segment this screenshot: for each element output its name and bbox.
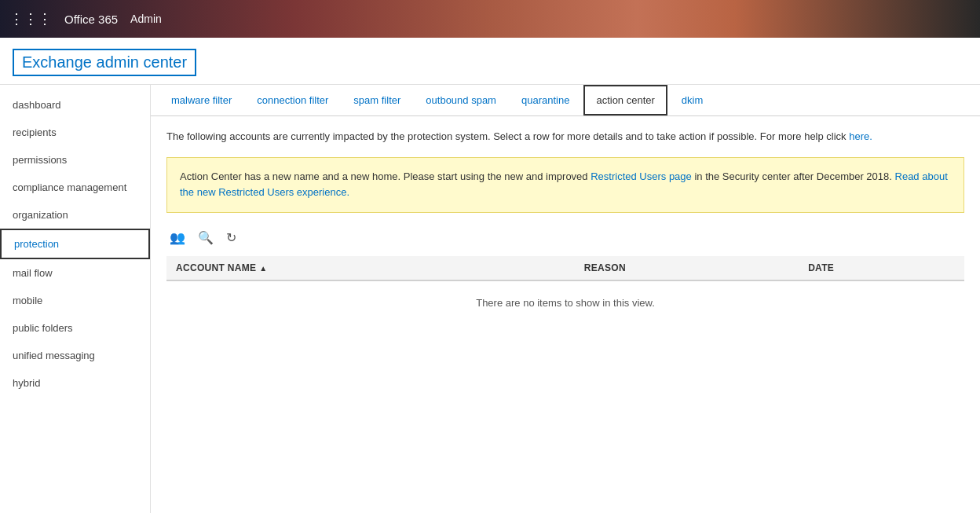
content-area: malware filterconnection filterspam filt… bbox=[151, 85, 980, 513]
tab-quarantine[interactable]: quarantine bbox=[510, 86, 580, 114]
table-header: ACCOUNT NAME▲REASONDATE bbox=[166, 256, 964, 280]
sidebar-item-public-folders[interactable]: public folders bbox=[0, 314, 150, 342]
sidebar: dashboardrecipientspermissionscompliance… bbox=[0, 85, 151, 513]
sidebar-item-mobile[interactable]: mobile bbox=[0, 287, 150, 314]
admin-label: Admin bbox=[130, 13, 162, 25]
page-title: Exchange admin center bbox=[13, 49, 196, 76]
notice-text-middle: in the Security center after December 20… bbox=[692, 170, 895, 182]
content-body: The following accounts are currently imp… bbox=[151, 116, 980, 513]
sidebar-item-unified-messaging[interactable]: unified messaging bbox=[0, 342, 150, 369]
search-icon[interactable]: 🔍 bbox=[195, 229, 217, 247]
tab-outbound-spam[interactable]: outbound spam bbox=[415, 86, 507, 114]
restricted-users-link[interactable]: Restricted Users page bbox=[591, 170, 692, 182]
sidebar-item-organization[interactable]: organization bbox=[0, 201, 150, 229]
sidebar-item-mail-flow[interactable]: mail flow bbox=[0, 259, 150, 287]
sort-arrow-account-name: ▲ bbox=[259, 264, 267, 273]
page-title-bar: Exchange admin center bbox=[0, 38, 980, 85]
empty-message: There are no items to show in this view. bbox=[166, 280, 964, 324]
col-header-reason: REASON bbox=[575, 256, 799, 280]
tab-bar: malware filterconnection filterspam filt… bbox=[151, 85, 980, 116]
table-body: There are no items to show in this view. bbox=[166, 280, 964, 324]
sidebar-item-protection[interactable]: protection bbox=[0, 229, 150, 259]
empty-row: There are no items to show in this view. bbox=[166, 280, 964, 324]
help-link[interactable]: here. bbox=[849, 130, 872, 142]
sidebar-item-permissions[interactable]: permissions bbox=[0, 146, 150, 174]
main-layout: dashboardrecipientspermissionscompliance… bbox=[0, 85, 980, 513]
col-header-date: DATE bbox=[799, 256, 964, 280]
tab-action-center[interactable]: action center bbox=[583, 85, 667, 115]
tab-spam-filter[interactable]: spam filter bbox=[342, 86, 411, 114]
grid-icon[interactable]: ⋮⋮⋮ bbox=[9, 10, 52, 27]
description-text: The following accounts are currently imp… bbox=[166, 129, 964, 145]
tab-connection-filter[interactable]: connection filter bbox=[246, 86, 339, 114]
notice-banner: Action Center has a new name and a new h… bbox=[166, 157, 964, 214]
table-toolbar: 👥 🔍 ↻ bbox=[166, 225, 964, 250]
top-bar: ⋮⋮⋮ Office 365 Admin bbox=[0, 0, 980, 38]
refresh-icon[interactable]: ↻ bbox=[223, 229, 240, 247]
sidebar-item-dashboard[interactable]: dashboard bbox=[0, 91, 150, 119]
app-logo: Office 365 bbox=[64, 13, 118, 26]
tab-malware-filter[interactable]: malware filter bbox=[160, 86, 243, 114]
notice-text-before: Action Center has a new name and a new h… bbox=[180, 170, 591, 182]
tab-dkim[interactable]: dkim bbox=[671, 86, 714, 114]
col-header-account-name[interactable]: ACCOUNT NAME▲ bbox=[166, 256, 575, 280]
users-icon[interactable]: 👥 bbox=[166, 229, 188, 247]
sidebar-item-compliance-management[interactable]: compliance management bbox=[0, 174, 150, 201]
sidebar-item-hybrid[interactable]: hybrid bbox=[0, 369, 150, 397]
sidebar-item-recipients[interactable]: recipients bbox=[0, 119, 150, 146]
data-table: ACCOUNT NAME▲REASONDATE There are no ite… bbox=[166, 256, 964, 324]
